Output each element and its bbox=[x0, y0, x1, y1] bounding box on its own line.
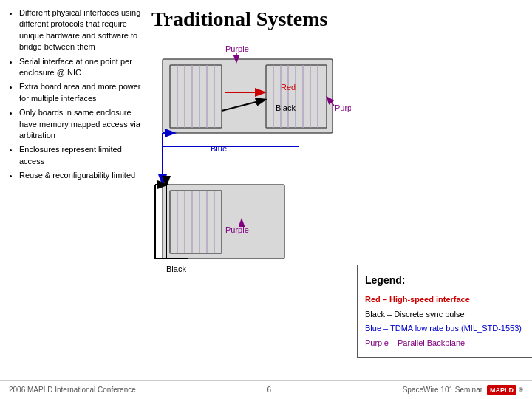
footer-left: 2006 MAPLD International Conference bbox=[9, 386, 136, 394]
bullet-item-2: Serial interface at one point per enclos… bbox=[19, 56, 146, 79]
label-black-top: Black bbox=[276, 103, 296, 112]
diagram-svg: Purple Red Black Purple Blue bbox=[151, 37, 351, 380]
bullet-list: Different physical interfaces using diff… bbox=[7, 7, 146, 181]
label-purple-bottom: Purple bbox=[225, 225, 249, 234]
bullet-item-4: Only boards in same enclosure have memor… bbox=[19, 107, 146, 141]
mapld-logo-box: MAPLD bbox=[487, 385, 516, 395]
footer: 2006 MAPLD International Conference 6 Sp… bbox=[0, 380, 532, 399]
label-purple-top: Purple bbox=[225, 44, 249, 53]
slide-title: Traditional Systems bbox=[151, 7, 532, 31]
bullet-item-1: Different physical interfaces using diff… bbox=[19, 7, 146, 53]
diagram-svg-element: Purple Red Black Purple Blue bbox=[151, 37, 351, 303]
label-blue: Blue bbox=[211, 144, 227, 153]
footer-right: SpaceWire 101 Seminar bbox=[403, 386, 482, 394]
right-panel: Traditional Systems bbox=[151, 7, 532, 380]
legend-item-blue: Blue – TDMA low rate bus (MIL_STD-1553) bbox=[365, 321, 530, 336]
main-content: Different physical interfaces using diff… bbox=[0, 0, 532, 380]
footer-center: 6 bbox=[267, 386, 271, 394]
left-panel: Different physical interfaces using diff… bbox=[7, 7, 151, 380]
diagram-area: Purple Red Black Purple Blue bbox=[151, 37, 532, 380]
bullet-item-6: Reuse & reconfigurability limited bbox=[19, 170, 146, 181]
label-black-bottom: Black bbox=[166, 265, 186, 273]
legend-title: Legend: bbox=[365, 271, 530, 290]
legend-box: Legend: Red – High-speed interface Black… bbox=[357, 265, 532, 358]
legend-item-black: Black – Discrete sync pulse bbox=[365, 307, 530, 322]
label-purple-right: Purple bbox=[335, 103, 351, 112]
legend-item-purple: Purple – Parallel Backplane bbox=[365, 336, 530, 351]
mapld-logo-sub: ® bbox=[519, 386, 523, 393]
mapld-logo: MAPLD ® bbox=[487, 385, 523, 395]
bullet-item-5: Enclosures represent limited access bbox=[19, 144, 146, 167]
legend-item-red: Red – High-speed interface bbox=[365, 293, 530, 307]
bullet-item-3: Extra board area and more power for mult… bbox=[19, 81, 146, 104]
label-red: Red bbox=[281, 83, 296, 92]
